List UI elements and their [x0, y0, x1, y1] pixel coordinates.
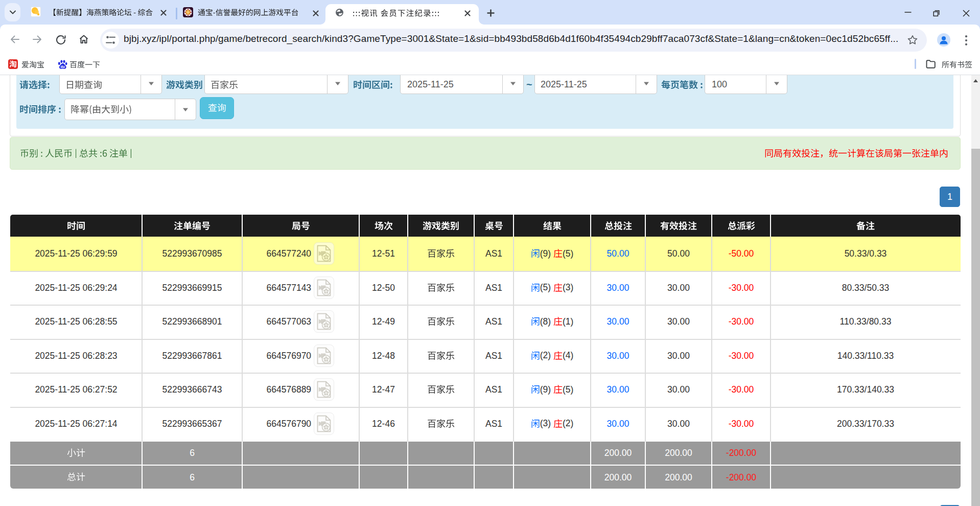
svg-text:du: du — [61, 65, 65, 68]
